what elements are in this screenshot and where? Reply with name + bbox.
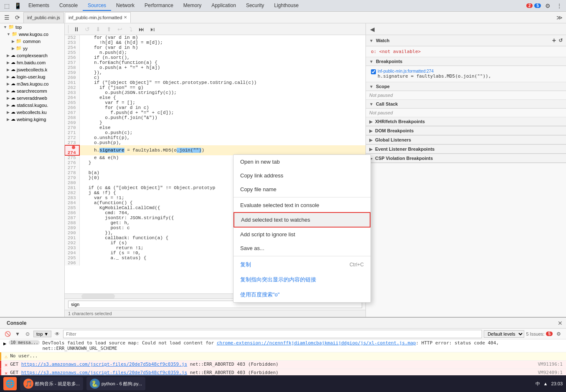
step-over-btn[interactable]: ↺	[83, 25, 92, 34]
issues-label: 5 Issues:	[526, 331, 544, 336]
expand-icon[interactable]: ▶	[3, 341, 6, 346]
tab-memory[interactable]: Memory	[178, 1, 206, 11]
ctx-copy-filename[interactable]: Copy file name	[234, 182, 371, 196]
settings-icon[interactable]: ⚙	[543, 1, 553, 11]
tree-item-searchrecomm[interactable]: ▶ ☁ searchrecomm	[0, 87, 64, 94]
sync-icon[interactable]: ⟳	[13, 13, 23, 23]
line-code: else {	[79, 95, 365, 100]
tree-item-label: complexsearch	[17, 53, 48, 58]
ctx-ignore-list[interactable]: Add script to ignore list	[234, 228, 371, 241]
console-tab-label[interactable]: Console	[3, 319, 30, 327]
line-number: 282	[65, 190, 79, 195]
breakpoint-text: h.signature = faultylabs.MD5(o.join(""))…	[378, 73, 491, 79]
tree-item-common[interactable]: ▶ 📁 common	[0, 38, 64, 45]
watch-header[interactable]: ▼ Watch + ↺	[366, 35, 566, 46]
ctx-item-label: 复制	[240, 261, 251, 268]
ctx-add-watches[interactable]: Add selected text to watches	[234, 212, 371, 228]
folder-icon: ☁	[11, 60, 15, 65]
console-eye-icon[interactable]: 👁	[53, 330, 61, 338]
scope-header[interactable]: ▼ Scope	[366, 82, 566, 91]
more-icon[interactable]: ⋮	[554, 1, 564, 11]
console-context[interactable]: top ▼	[33, 331, 51, 337]
tab-console[interactable]: Console	[54, 1, 83, 11]
console-filter-icon[interactable]: ▼	[13, 330, 22, 338]
inspect-icon[interactable]: ⬚	[2, 1, 12, 11]
event-listener-header[interactable]: ▶ Event Listener Breakpoints	[366, 145, 566, 154]
xhr-breakpoints-header[interactable]: ▶ XHR/fetch Breakpoints	[366, 117, 566, 126]
breakpoints-header[interactable]: ▼ Breakpoints	[366, 57, 566, 66]
tree-item-webimg[interactable]: ▶ ☁ webimg.kgimg	[0, 116, 64, 123]
tree-item-complexsearch[interactable]: ▶ ☁ complexsearch	[0, 52, 64, 59]
activate-bp-btn[interactable]: ⤵	[126, 25, 135, 34]
line-number: 273	[65, 140, 79, 145]
dom-toggle-icon: ▶	[369, 129, 373, 133]
ctx-copy-link[interactable]: Copy link address	[234, 169, 371, 182]
expand-right-panel[interactable]: ◀	[368, 25, 377, 34]
warning-badge: 5	[534, 3, 541, 8]
console-close-icon[interactable]: ✕	[558, 320, 563, 326]
tree-item-webcollects[interactable]: ▶ ☁ webcollects.ku	[0, 109, 64, 116]
source-tab-formatted[interactable]: inf_public-min.js:formatted ✕	[65, 12, 131, 23]
pause-btn[interactable]: ⏸	[72, 25, 81, 34]
line-code: n.forEach(function(a) {	[79, 60, 365, 65]
tab-application[interactable]: Application	[206, 1, 241, 11]
ctx-evaluate[interactable]: Evaluate selected text in console	[234, 198, 371, 212]
tree-item-yy[interactable]: ▶ 📁 yy	[0, 45, 64, 52]
ctx-item-label: Evaluate selected text in console	[240, 202, 319, 208]
console-source[interactable]: VM92409:1	[538, 370, 563, 375]
tree-item-m3ws[interactable]: ▶ ☁ m3ws.kugou.co	[0, 80, 64, 87]
filter-input[interactable]	[63, 330, 482, 338]
tree-item-top[interactable]: ▼ 📁 top	[0, 23, 64, 30]
tree-item-staticssl[interactable]: ▶ ☁ staticssl.kugou.	[0, 101, 64, 109]
console-clear-icon[interactable]: 🚫	[3, 330, 12, 338]
tab-close-icon[interactable]: ✕	[124, 15, 127, 20]
ctx-search-baidu[interactable]: 使用百度搜索"o"	[234, 287, 371, 302]
deactivate-bp-btn[interactable]: ⏭	[137, 25, 146, 34]
step-out-btn[interactable]: ⬆	[104, 25, 114, 34]
call-stack-label: Call Stack	[376, 101, 398, 106]
breakpoint-checkbox[interactable]	[371, 69, 376, 74]
call-stack-header[interactable]: ▼ Call Stack	[366, 100, 566, 109]
taskbar-app-music[interactable]: 🎵 酷狗音乐 - 就是歌多...	[20, 377, 83, 390]
ctx-save-as[interactable]: Save as...	[234, 241, 371, 255]
sys-icon-zh: 中	[536, 381, 540, 387]
source-tab-minjs[interactable]: inf_public-min.js	[23, 12, 64, 23]
device-icon[interactable]: 📱	[13, 1, 23, 11]
log-level-dropdown[interactable]: Default levels	[484, 330, 524, 338]
ctx-copy-chinese[interactable]: 复制 Ctrl+C	[234, 257, 371, 272]
watch-refresh-icon[interactable]: ↺	[558, 38, 563, 43]
step-into-btn[interactable]: ⬇	[94, 25, 103, 34]
console-settings-icon[interactable]: ⚙	[554, 330, 563, 338]
watch-add-icon[interactable]: +	[552, 37, 556, 44]
tree-item-baidu[interactable]: ▶ ☁ hm.baidu.com	[0, 59, 64, 66]
tree-item-login[interactable]: ▶ ☁ login-user.kug	[0, 73, 64, 80]
line-number: 291	[65, 235, 79, 240]
tab-elements[interactable]: Elements	[23, 1, 54, 11]
line-number: 277	[65, 165, 79, 170]
tab-sources[interactable]: Sources	[83, 1, 111, 11]
line-code: for (var d in c)	[79, 105, 365, 110]
dom-breakpoints-header[interactable]: ▶ DOM Breakpoints	[366, 126, 566, 135]
async-btn[interactable]: ⏯	[148, 25, 157, 34]
add-tab-icon[interactable]: ≫	[554, 13, 564, 23]
sidebar-toggle[interactable]: ☰	[2, 13, 12, 23]
tree-item-jswebcollects[interactable]: ▶ ☁ jswebcollects.k	[0, 66, 64, 73]
taskbar-app-python[interactable]: 🐍 python - 6 酷狗.py...	[86, 377, 145, 390]
csp-header[interactable]: ▶ CSP Violation Breakpoints	[366, 154, 566, 163]
chrome-icon[interactable]: 🌐	[3, 377, 17, 390]
ctx-copy-link-chinese[interactable]: 复制指向突出显示的内容的链接	[234, 272, 371, 287]
ctx-open-new-tab[interactable]: Open in new tab	[234, 155, 371, 169]
tab-lighthouse[interactable]: Lighthouse	[269, 1, 304, 11]
console-top-icon[interactable]: ⊙	[23, 330, 32, 338]
tab-network[interactable]: Network	[111, 1, 140, 11]
tab-security[interactable]: Security	[241, 1, 269, 11]
step-btn[interactable]: ↩	[115, 25, 124, 34]
tab-performance[interactable]: Performance	[140, 1, 178, 11]
global-listeners-header[interactable]: ▶ Global Listeners	[366, 136, 566, 144]
folder-icon: 📁	[12, 31, 18, 37]
folder-icon: ☁	[11, 74, 15, 79]
tree-item-serveraddr[interactable]: ▶ ☁ serveraddrweb	[0, 94, 64, 101]
console-source[interactable]: VM91196:1	[538, 362, 563, 367]
tree-item-kugou[interactable]: ▼ 📁 www.kugou.co	[0, 30, 64, 38]
console-message: GET https://s3.amazonaws.com/jscript-fil…	[10, 362, 535, 367]
